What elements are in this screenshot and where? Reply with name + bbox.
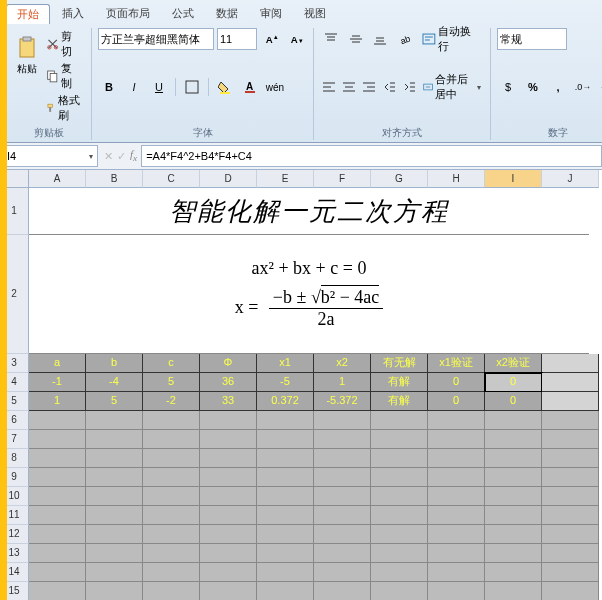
cell[interactable] [485, 506, 542, 525]
cell[interactable] [314, 506, 371, 525]
cell[interactable] [257, 506, 314, 525]
merge-center-button[interactable]: 合并后居中▾ [420, 71, 484, 103]
cell[interactable] [542, 487, 599, 506]
header-cell[interactable]: c [143, 354, 200, 373]
cell[interactable] [200, 506, 257, 525]
cell[interactable] [314, 544, 371, 563]
number-format-select[interactable] [497, 28, 567, 50]
cell[interactable] [86, 506, 143, 525]
decrease-decimal-icon[interactable]: ←.0 [597, 76, 602, 98]
cell[interactable] [485, 430, 542, 449]
cell[interactable] [485, 582, 542, 600]
cell[interactable] [143, 468, 200, 487]
cell[interactable] [428, 487, 485, 506]
cell[interactable] [200, 582, 257, 600]
cell[interactable] [485, 563, 542, 582]
cell[interactable] [86, 582, 143, 600]
cell[interactable] [428, 582, 485, 600]
cell[interactable] [371, 468, 428, 487]
cell[interactable] [29, 411, 86, 430]
cell[interactable] [542, 506, 599, 525]
cell[interactable] [200, 430, 257, 449]
font-color-icon[interactable]: A [239, 76, 261, 98]
cell[interactable]: 1 [314, 373, 371, 392]
header-cell[interactable]: x1 [257, 354, 314, 373]
cell[interactable]: 1 [29, 392, 86, 411]
cell[interactable] [371, 525, 428, 544]
tab-home[interactable]: 开始 [6, 4, 50, 24]
cell[interactable] [314, 487, 371, 506]
cell[interactable] [314, 430, 371, 449]
comma-icon[interactable]: , [547, 76, 569, 98]
cell[interactable]: -1 [29, 373, 86, 392]
cell[interactable] [86, 487, 143, 506]
cell[interactable] [371, 430, 428, 449]
cell[interactable] [29, 506, 86, 525]
cell[interactable]: 36 [200, 373, 257, 392]
bold-icon[interactable]: B [98, 76, 120, 98]
cell[interactable] [29, 582, 86, 600]
title-cell[interactable]: 智能化解一元二次方程 [29, 188, 589, 235]
cell[interactable] [314, 411, 371, 430]
cell[interactable] [371, 544, 428, 563]
cell[interactable] [29, 449, 86, 468]
cell[interactable] [200, 487, 257, 506]
cell[interactable] [29, 544, 86, 563]
cell[interactable]: -5 [257, 373, 314, 392]
cell[interactable] [371, 582, 428, 600]
cell[interactable] [257, 582, 314, 600]
increase-indent-icon[interactable] [400, 76, 417, 98]
cell[interactable]: 有解 [371, 373, 428, 392]
header-cell[interactable]: x2 [314, 354, 371, 373]
cell[interactable] [485, 411, 542, 430]
underline-icon[interactable]: U [148, 76, 170, 98]
cell[interactable] [29, 525, 86, 544]
header-cell[interactable]: x1验证 [428, 354, 485, 373]
wrap-text-button[interactable]: 自动换行 [419, 23, 484, 55]
percent-icon[interactable]: % [522, 76, 544, 98]
cell[interactable] [86, 411, 143, 430]
cell[interactable] [542, 582, 599, 600]
cell[interactable] [428, 468, 485, 487]
formula-display-cell[interactable]: ax² + bx + c = 0 x = −b ± √b² − 4ac 2a [29, 235, 589, 354]
col-header[interactable]: J [542, 170, 599, 188]
cell[interactable] [542, 354, 599, 373]
align-center-icon[interactable] [340, 76, 357, 98]
cell[interactable] [143, 582, 200, 600]
cell[interactable] [143, 506, 200, 525]
cell[interactable] [200, 468, 257, 487]
cell[interactable] [485, 544, 542, 563]
cell[interactable] [371, 411, 428, 430]
cell[interactable]: -2 [143, 392, 200, 411]
header-cell[interactable]: x2验证 [485, 354, 542, 373]
col-header[interactable]: C [143, 170, 200, 188]
col-header[interactable]: F [314, 170, 371, 188]
phonetic-icon[interactable]: wén [264, 76, 286, 98]
cell[interactable] [257, 525, 314, 544]
cell[interactable] [86, 430, 143, 449]
cell[interactable] [485, 449, 542, 468]
cell[interactable] [314, 563, 371, 582]
increase-decimal-icon[interactable]: .0→ [572, 76, 594, 98]
cell[interactable] [200, 449, 257, 468]
cell[interactable] [542, 525, 599, 544]
cell[interactable] [542, 373, 599, 392]
align-middle-icon[interactable] [345, 28, 367, 50]
cell[interactable] [257, 487, 314, 506]
cell[interactable] [314, 449, 371, 468]
format-painter-button[interactable]: 格式刷 [43, 92, 85, 124]
cell[interactable] [86, 563, 143, 582]
cell[interactable] [542, 563, 599, 582]
cell[interactable] [428, 411, 485, 430]
cancel-icon[interactable]: ✕ [104, 150, 113, 163]
col-header[interactable]: I [485, 170, 542, 188]
header-cell[interactable]: Φ [200, 354, 257, 373]
col-header[interactable]: B [86, 170, 143, 188]
cell[interactable] [428, 506, 485, 525]
cell[interactable]: 5 [143, 373, 200, 392]
cell[interactable] [485, 468, 542, 487]
cell[interactable] [200, 544, 257, 563]
cell[interactable] [542, 468, 599, 487]
cell[interactable] [371, 449, 428, 468]
cell[interactable] [86, 525, 143, 544]
